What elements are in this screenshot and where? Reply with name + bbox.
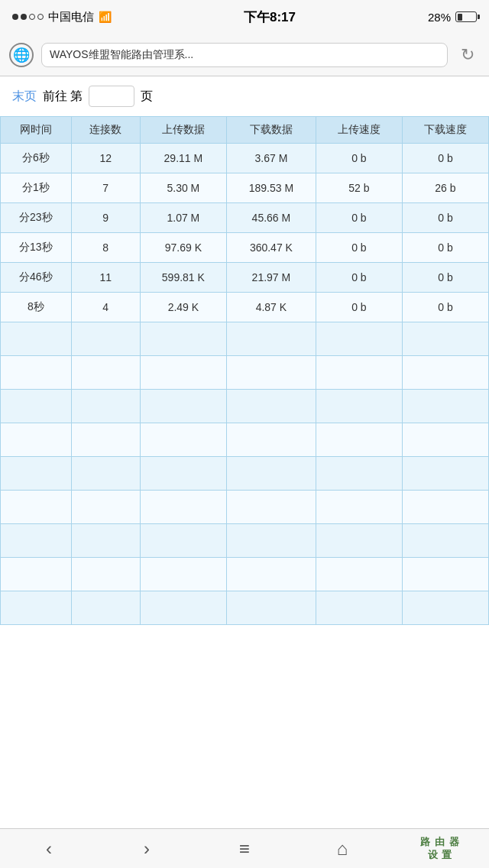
- table-cell: 0 b: [402, 233, 488, 263]
- table-cell-empty: [316, 457, 402, 491]
- signal-dot-3: [29, 14, 35, 20]
- table-cell: 0 b: [316, 263, 402, 293]
- status-time: 下午8:17: [244, 8, 296, 26]
- table-row-empty: [1, 591, 489, 625]
- table-cell-empty: [1, 591, 72, 625]
- table-cell-empty: [402, 491, 488, 524]
- wifi-icon: 📶: [99, 11, 112, 23]
- table-cell-empty: [71, 390, 140, 423]
- signal-dot-2: [21, 14, 27, 20]
- home-button[interactable]: ⌂: [319, 832, 365, 866]
- table-cell-empty: [226, 591, 316, 625]
- table-cell: 0 b: [402, 263, 488, 293]
- table-cell: 3.67 M: [226, 144, 316, 173]
- table-cell-empty: [140, 390, 226, 423]
- table-row-empty: [1, 558, 489, 591]
- table-cell: 4: [71, 293, 140, 322]
- table-cell: 0 b: [316, 293, 402, 322]
- table-cell-empty: [1, 491, 72, 524]
- table-cell: 11: [71, 263, 140, 293]
- table-cell: 26 b: [402, 173, 488, 203]
- table-cell-empty: [226, 524, 316, 558]
- table-cell-empty: [1, 524, 72, 558]
- table-row-empty: [1, 457, 489, 491]
- table-cell-empty: [316, 524, 402, 558]
- table-cell: 45.66 M: [226, 203, 316, 233]
- globe-icon: 🌐: [9, 43, 34, 67]
- table-row: 8秒42.49 K4.87 K0 b0 b: [1, 293, 489, 322]
- last-page-link[interactable]: 末页: [12, 89, 37, 105]
- table-cell-empty: [1, 322, 72, 356]
- table-cell-empty: [140, 524, 226, 558]
- nav-row: 末页 前往 第 页: [0, 76, 489, 116]
- bottom-nav: ‹ › ≡ ⌂ 路 由 器 设 置: [0, 828, 489, 868]
- router-setting-button[interactable]: 路 由 器 设 置: [417, 832, 463, 866]
- table-cell-empty: [402, 390, 488, 423]
- page-content: 末页 前往 第 页 网时间 连接数 上传数据 下载数据 上传速度 下载速度 分6…: [0, 76, 489, 828]
- col-header-download-speed: 下载速度: [402, 117, 488, 144]
- battery-fill: [458, 14, 462, 21]
- table-cell: 2.49 K: [140, 293, 226, 322]
- table-row: 分1秒75.30 M189.53 M52 b26 b: [1, 173, 489, 203]
- table-cell-empty: [226, 457, 316, 491]
- table-cell: 97.69 K: [140, 233, 226, 263]
- table-cell: 0 b: [316, 144, 402, 173]
- table-cell-empty: [226, 423, 316, 457]
- table-cell-empty: [71, 322, 140, 356]
- table-cell-empty: [316, 558, 402, 591]
- forward-button[interactable]: ›: [124, 832, 170, 866]
- col-header-connections: 连接数: [71, 117, 140, 144]
- table-cell: 分13秒: [1, 233, 72, 263]
- table-row-empty: [1, 390, 489, 423]
- table-cell-empty: [71, 591, 140, 625]
- table-cell-empty: [226, 558, 316, 591]
- table-cell-empty: [226, 390, 316, 423]
- goto-label: 前往 第: [43, 89, 83, 105]
- data-table: 网时间 连接数 上传数据 下载数据 上传速度 下载速度 分6秒1229.11 M…: [0, 116, 489, 625]
- table-row: 分6秒1229.11 M3.67 M0 b0 b: [1, 144, 489, 173]
- table-cell-empty: [316, 356, 402, 390]
- table-cell-empty: [316, 491, 402, 524]
- table-cell-empty: [71, 558, 140, 591]
- table-row-empty: [1, 524, 489, 558]
- status-bar: 中国电信 📶 下午8:17 28%: [0, 0, 489, 34]
- table-cell-empty: [1, 423, 72, 457]
- table-cell: 1.07 M: [140, 203, 226, 233]
- back-button[interactable]: ‹: [26, 832, 72, 866]
- col-header-time: 网时间: [1, 117, 72, 144]
- table-cell-empty: [316, 423, 402, 457]
- table-cell: 0 b: [402, 203, 488, 233]
- refresh-icon[interactable]: ↻: [455, 43, 480, 67]
- table-cell: 599.81 K: [140, 263, 226, 293]
- url-bar[interactable]: WAYOS维盟智能路由管理系...: [41, 43, 448, 67]
- table-cell: 8: [71, 233, 140, 263]
- table-cell-empty: [402, 558, 488, 591]
- table-cell: 7: [71, 173, 140, 203]
- status-left: 中国电信 📶: [12, 10, 112, 24]
- table-cell-empty: [402, 356, 488, 390]
- signal-dot-1: [12, 14, 18, 20]
- table-cell-empty: [71, 457, 140, 491]
- menu-button[interactable]: ≡: [222, 832, 267, 866]
- table-cell: 29.11 M: [140, 144, 226, 173]
- table-row: 分13秒897.69 K360.47 K0 b0 b: [1, 233, 489, 263]
- table-cell-empty: [140, 491, 226, 524]
- table-cell-empty: [71, 356, 140, 390]
- table-body: 分6秒1229.11 M3.67 M0 b0 b分1秒75.30 M189.53…: [1, 144, 489, 625]
- page-number-input[interactable]: [89, 86, 134, 107]
- table-cell-empty: [1, 356, 72, 390]
- carrier-name: 中国电信: [48, 10, 94, 24]
- table-cell: 21.97 M: [226, 263, 316, 293]
- table-cell-empty: [402, 591, 488, 625]
- table-cell: 9: [71, 203, 140, 233]
- table-cell-empty: [402, 457, 488, 491]
- table-cell-empty: [140, 356, 226, 390]
- col-header-upload-speed: 上传速度: [316, 117, 402, 144]
- browser-bar: 🌐 WAYOS维盟智能路由管理系... ↻: [0, 34, 489, 76]
- table-row-empty: [1, 491, 489, 524]
- table-cell: 5.30 M: [140, 173, 226, 203]
- table-cell-empty: [140, 423, 226, 457]
- table-cell-empty: [226, 491, 316, 524]
- table-cell: 分23秒: [1, 203, 72, 233]
- table-cell: 0 b: [316, 203, 402, 233]
